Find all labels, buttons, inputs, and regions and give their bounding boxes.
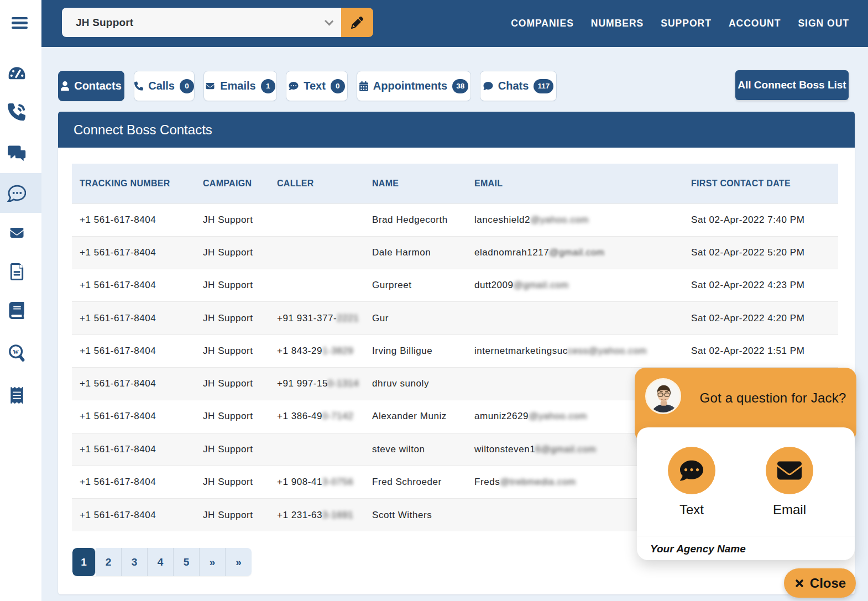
svg-text:w: w xyxy=(13,347,19,356)
